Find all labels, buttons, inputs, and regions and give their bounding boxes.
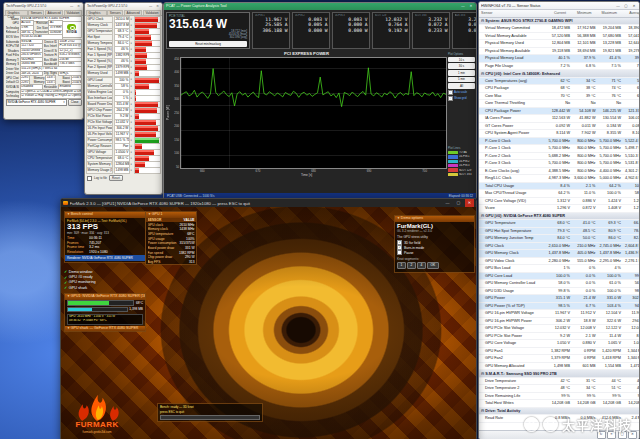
hwinfo-row[interactable]: S.M.A.R.T.: Samsung SSD 990 PRO 2TB bbox=[479, 370, 639, 378]
gpu-shark-header[interactable]: GPU shark — GeForce RTX 4080 SUPER bbox=[65, 326, 145, 332]
hwinfo-row[interactable]: CPU System Agent Power 8.114 W 7.902 W 8… bbox=[479, 130, 639, 138]
column-header[interactable]: Current bbox=[542, 11, 568, 15]
reset-minmax-button[interactable]: Reset min/max/avg bbox=[169, 41, 247, 47]
hwinfo-row[interactable]: CPU [#0]: Intel Core i9-14900K: Enhanced bbox=[479, 70, 639, 78]
hwinfo-row[interactable]: Physical Memory Available 19,118 MB 18,6… bbox=[479, 48, 639, 56]
legend-item[interactable]: 16-PIN 3 bbox=[448, 164, 475, 167]
hwinfo-row[interactable]: GPU Memory Clock 1,437.8 MHz 405.0 MHz 1… bbox=[479, 250, 639, 258]
minimize-icon[interactable]: — bbox=[615, 4, 621, 8]
sensors-tab[interactable]: Validation bbox=[143, 10, 161, 15]
hwinfo-row[interactable]: GPU Fan1 1,382 RPM 0 RPM 1,420 RPM 1,344… bbox=[479, 348, 639, 356]
hwinfo-titlebar[interactable]: HWiNFO64 v7.70 — Sensor Status — ▢ ✕ bbox=[479, 2, 639, 10]
maximize-icon[interactable]: ▢ bbox=[623, 4, 629, 8]
hwinfo-row[interactable]: GPU Core Load 100.0 % 0.0 % 100.0 % 99.2… bbox=[479, 273, 639, 281]
hwinfo-row[interactable]: Virtual Memory Committed 18,472 MB 17,91… bbox=[479, 25, 639, 33]
hwinfo-row[interactable]: GPU Core Voltage 1.050 V 0.880 V 1.065 V… bbox=[479, 340, 639, 348]
hwinfo-row[interactable]: Total Host Writes 14,208 GB 14,208 GB 14… bbox=[479, 400, 639, 408]
hwinfo-row[interactable]: Total CPU Usage 8.4 % 2.1 % 64.2 % 10.8 … bbox=[479, 183, 639, 191]
hwinfo-row[interactable]: Ring/LLC Clock 4,987.3 MHz 3,600.0 MHz 5… bbox=[479, 175, 639, 183]
hwinfo-row[interactable]: Drive Temperature 42 °C 31 °C 44 °C 40 °… bbox=[479, 378, 639, 386]
hwinfo-row[interactable]: E-Core Clocks (avg) 4,388.5 MHz 800.0 MH… bbox=[479, 168, 639, 176]
close-icon[interactable]: ✕ bbox=[155, 4, 160, 8]
legend-item[interactable]: TOTAL bbox=[448, 151, 475, 154]
hwinfo-row[interactable]: Max CPU/Thread Usage 64.2 % 11.0 % 100.0… bbox=[479, 190, 639, 198]
sensors-tab[interactable]: Advanced bbox=[124, 10, 143, 15]
legend-item[interactable]: 16-PIN 2 bbox=[448, 160, 475, 163]
plot-range-button[interactable]: 1 min bbox=[448, 70, 475, 76]
hwinfo-row[interactable]: P-Core 3 Clock 5,700.0 MHz 800.0 MHz 5,7… bbox=[479, 160, 639, 168]
gpuz-tab[interactable]: Validation bbox=[64, 10, 82, 15]
minimize-icon[interactable]: — bbox=[148, 4, 153, 8]
hwinfo-row[interactable]: GPU Memory Controller Load 58.0 % 0.0 % … bbox=[479, 280, 639, 288]
column-header[interactable]: Average bbox=[619, 11, 640, 15]
hwinfo-row[interactable]: Page File Usage 7.2 % 6.8 % 7.5 % 7.1 % bbox=[479, 63, 639, 71]
hwinfo-row[interactable]: GPU Hot Spot Temperature 79.3 °C 48.5 °C… bbox=[479, 228, 639, 236]
legend-item[interactable]: 16-PIN 1 bbox=[448, 155, 475, 158]
gpuz-tab[interactable]: Advanced bbox=[45, 10, 64, 15]
hwinfo-row[interactable]: Core Max 70 °C 39 °C 76 °C 65 °C bbox=[479, 93, 639, 101]
minimize-icon[interactable]: — bbox=[460, 4, 466, 8]
sensor-row[interactable]: Memory Usage (Dedicated) 1498 MB ▾ bbox=[86, 168, 161, 174]
legend-item[interactable]: SLOT 12V bbox=[448, 168, 475, 171]
hwinfo-row[interactable]: Drive Remaining Life 99 % 99 % 99 % 99 % bbox=[479, 393, 639, 401]
hwinfo-row[interactable]: GPU Temperature 68.0 °C 41.0 °C 69.3 °C … bbox=[479, 220, 639, 228]
plot-option-checkbox[interactable]: Auto scale bbox=[448, 90, 475, 95]
hwinfo-row[interactable]: GPU PCIe Slot Power 9.2 W 2.1 W 11.4 W 8… bbox=[479, 333, 639, 341]
plot-range-button[interactable]: 5 min bbox=[448, 77, 475, 83]
gpu-select-dropdown[interactable]: NVIDIA GeForce RTX 4080 SUPER bbox=[6, 99, 67, 106]
hwinfo-row[interactable]: Core Temperatures (avg) 62 °C 34 °C 71 °… bbox=[479, 78, 639, 86]
hwinfo-row[interactable]: System: ASUS ROG STRIX Z790-E GAMING WIF… bbox=[479, 18, 639, 26]
minimize-icon[interactable]: — bbox=[69, 4, 74, 8]
hwinfo-row[interactable]: GPU [#0]: NVIDIA GeForce RTX 4080 SUPER bbox=[479, 213, 639, 221]
knot-segment-button[interactable]: 2 bbox=[407, 262, 416, 270]
hwinfo-row[interactable]: CPU Package 68 °C 38 °C 74 °C 63 °C bbox=[479, 85, 639, 93]
hwinfo-row[interactable]: GPU 16-pin HVPWR Voltage 11.967 V 11.912… bbox=[479, 310, 639, 318]
gpuz-close-button[interactable]: Close bbox=[68, 99, 82, 106]
minimize-icon[interactable]: — bbox=[443, 199, 452, 207]
log-to-file-checkbox[interactable] bbox=[87, 176, 92, 181]
hwinfo-row[interactable]: GPU PCIe Slot Voltage 12.032 V 12.008 V … bbox=[479, 325, 639, 333]
hwinfo-row[interactable]: P-Core 1 Clock 5,700.0 MHz 800.0 MHz 5,7… bbox=[479, 145, 639, 153]
hwinfo-row[interactable]: Virtual Memory Available 57,120 MB 56,38… bbox=[479, 33, 639, 41]
hwinfo-row[interactable]: GPU Memory Allocated 1,498 MB 601 MB 1,5… bbox=[479, 363, 639, 371]
close-icon[interactable]: ✕ bbox=[631, 4, 637, 8]
hwinfo-row[interactable]: GPU Video Clock 2,280.0 MHz 555.0 MHz 2,… bbox=[479, 258, 639, 266]
hwinfo-row[interactable]: GPU Memory Junction Temp 84.0 °C 50.0 °C… bbox=[479, 235, 639, 243]
hwinfo-row[interactable]: Drive Temperature 2 48 °C 34 °C 51 °C 46… bbox=[479, 385, 639, 393]
plot-range-button[interactable]: All bbox=[448, 83, 475, 89]
hwinfo-row[interactable]: Drive: Total Activity bbox=[479, 408, 639, 416]
plot-range-button[interactable]: 10 s bbox=[448, 57, 475, 63]
close-icon[interactable]: ✕ bbox=[465, 199, 474, 207]
knot-segment-button[interactable]: 4 bbox=[417, 262, 426, 270]
gpuz-tab[interactable]: Sensors bbox=[28, 10, 44, 15]
column-header[interactable]: Minimum bbox=[568, 11, 594, 15]
hwinfo-row[interactable]: GPU 16-pin HVPWR Power 306.2 W 18.8 W 32… bbox=[479, 318, 639, 326]
plot-range-button[interactable]: 30 s bbox=[448, 63, 475, 69]
knot-segment-button[interactable]: OK bbox=[427, 262, 438, 270]
hwinfo-row[interactable]: Physical Memory Used 12,804 MB 12,101 MB… bbox=[479, 40, 639, 48]
hwinfo-row[interactable]: GPU Power 315.1 W 21.4 W 331.0 W 302.4 W bbox=[479, 295, 639, 303]
close-icon[interactable]: ✕ bbox=[76, 4, 81, 8]
hwinfo-row[interactable]: P-Core 0 Clock 5,700.0 MHz 800.0 MHz 5,7… bbox=[479, 138, 639, 146]
hwinfo-row[interactable]: GT Cores Power 0.092 W 0.011 W 0.184 W 0… bbox=[479, 123, 639, 131]
hwinfo-row[interactable]: GPU Bus Load 1 % 0 % 4 % 1 % bbox=[479, 265, 639, 273]
gpu-monitor-header[interactable]: GPU1: NVIDIA GeForce RTX 4080 SUPER (16 … bbox=[65, 294, 145, 300]
hwinfo-row[interactable]: P-Core 2 Clock 5,688.2 MHz 800.0 MHz 5,7… bbox=[479, 153, 639, 161]
close-icon[interactable]: ✕ bbox=[468, 4, 474, 8]
hwinfo-row[interactable]: GPU Clock 2,610.0 MHz 210.0 MHz 2,745.0 … bbox=[479, 243, 639, 251]
sensors-tab[interactable]: Graphics Card bbox=[86, 10, 107, 15]
column-header[interactable]: Maximum bbox=[593, 11, 619, 15]
knot-segment-button[interactable]: 1 bbox=[397, 262, 406, 270]
sensors-tab[interactable]: Sensors bbox=[107, 10, 123, 15]
hwinfo-row[interactable]: Physical Memory Load 40.1 % 37.9 % 41.4 … bbox=[479, 55, 639, 63]
hwinfo-row[interactable]: GPU D3D Usage 99.8 % 0.0 % 100.0 % 98.7 … bbox=[479, 288, 639, 296]
hwinfo-row[interactable]: GPU Power (% of TDP) 98.5 % 6.7 % 103.4 … bbox=[479, 303, 639, 311]
maximize-icon[interactable]: ▢ bbox=[454, 199, 463, 207]
hwinfo-row[interactable]: Vcore 1.296 V 0.872 V 1.408 V 1.274 V bbox=[479, 205, 639, 213]
column-header[interactable]: Sensor bbox=[479, 11, 542, 15]
sensors-reset-button[interactable]: Reset bbox=[109, 175, 123, 182]
furmark-titlebar[interactable]: FurMark 2.3.0 — [GPU1] NVIDIA GeForce RT… bbox=[61, 199, 476, 207]
plot-option-checkbox[interactable]: Show grid bbox=[448, 96, 475, 101]
hwinfo-row[interactable]: GPU Fan2 1,379 RPM 0 RPM 1,418 RPM 1,340… bbox=[479, 355, 639, 363]
legend-item[interactable]: SLOT 3V3 bbox=[448, 173, 475, 176]
